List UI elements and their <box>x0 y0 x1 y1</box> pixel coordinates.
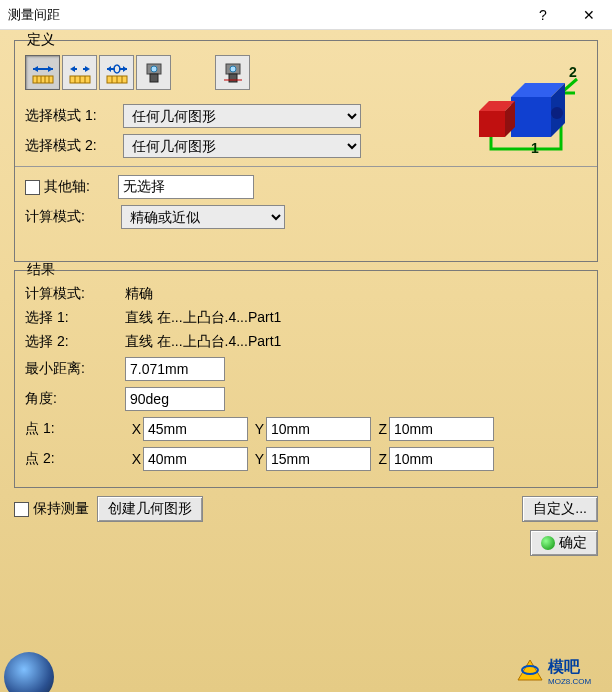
result-sel1-row: 选择 1: 直线 在...上凸台.4...Part1 <box>25 309 587 327</box>
other-axis-input[interactable] <box>118 175 254 199</box>
point1-label: 点 1: <box>25 420 125 438</box>
bottom-row: 保持测量 创建几何图形 自定义... <box>14 496 598 522</box>
create-geometry-button[interactable]: 创建几何图形 <box>97 496 203 522</box>
p1-z-label: Z <box>373 421 387 437</box>
toolbar-spacer <box>173 55 213 90</box>
select-mode-1-dropdown[interactable]: 任何几何图形 <box>123 104 361 128</box>
svg-marker-2 <box>48 66 53 72</box>
svg-rect-23 <box>150 74 158 82</box>
ok-button[interactable]: 确定 <box>530 530 598 556</box>
svg-marker-1 <box>33 66 38 72</box>
calc-mode-label: 计算模式: <box>25 208 121 226</box>
svg-point-27 <box>230 66 236 72</box>
svg-marker-11 <box>85 66 90 72</box>
p2-y-input[interactable] <box>266 447 371 471</box>
other-axis-checkbox[interactable] <box>25 180 40 195</box>
result-sel1-label: 选择 1: <box>25 309 125 327</box>
customize-button[interactable]: 自定义... <box>522 496 598 522</box>
select-mode-2-label: 选择模式 2: <box>25 137 123 155</box>
p1-z-input[interactable] <box>389 417 494 441</box>
result-sel2-row: 选择 2: 直线 在...上凸台.4...Part1 <box>25 333 587 351</box>
point2-label: 点 2: <box>25 450 125 468</box>
result-sel1-value: 直线 在...上凸台.4...Part1 <box>125 309 281 327</box>
watermark-logo-icon: 模吧 MOZ8.COM <box>516 654 606 686</box>
p1-x-input[interactable] <box>143 417 248 441</box>
result-calc-mode-row: 计算模式: 精确 <box>25 285 587 303</box>
calc-mode-row: 计算模式: 精确或近似 <box>25 205 587 229</box>
p2-z-input[interactable] <box>389 447 494 471</box>
svg-rect-26 <box>229 74 237 82</box>
result-calc-mode-value: 精确 <box>125 285 153 303</box>
final-row: 确定 <box>14 530 598 556</box>
svg-marker-35 <box>479 111 505 137</box>
calc-mode-dropdown[interactable]: 精确或近似 <box>121 205 285 229</box>
p2-x-input[interactable] <box>143 447 248 471</box>
svg-marker-31 <box>511 97 551 137</box>
definition-legend: 定义 <box>23 31 59 49</box>
ruler-wide-icon <box>104 60 130 86</box>
measure-mode-2-button[interactable] <box>62 55 97 90</box>
measure-mode-5-button[interactable] <box>215 55 250 90</box>
window-title: 测量间距 <box>8 6 520 24</box>
svg-marker-16 <box>107 66 111 72</box>
select-mode-1-label: 选择模式 1: <box>25 107 123 125</box>
measure-mode-3-button[interactable] <box>99 55 134 90</box>
keep-measure-checkbox[interactable] <box>14 502 29 517</box>
caliper-icon <box>141 60 167 86</box>
two-way-arrow-icon <box>30 60 56 86</box>
svg-rect-3 <box>33 76 53 83</box>
ok-label: 确定 <box>559 534 587 552</box>
svg-point-24 <box>151 66 157 72</box>
svg-point-34 <box>551 107 563 119</box>
ok-sphere-icon <box>541 536 555 550</box>
p1-x-label: X <box>127 421 141 437</box>
svg-text:MOZ8.COM: MOZ8.COM <box>548 677 591 686</box>
results-legend: 结果 <box>23 261 59 279</box>
measure-mode-4-button[interactable] <box>136 55 171 90</box>
min-distance-input[interactable] <box>125 357 225 381</box>
min-distance-row: 最小距离: <box>25 357 587 381</box>
p2-x-label: X <box>127 451 141 467</box>
preview-3d: 2 1 <box>445 57 585 157</box>
angle-input[interactable] <box>125 387 225 411</box>
svg-text:模吧: 模吧 <box>547 658 581 675</box>
preview-cubes-icon: 2 1 <box>445 57 585 157</box>
help-button[interactable]: ? <box>520 0 566 30</box>
p1-y-input[interactable] <box>266 417 371 441</box>
svg-text:1: 1 <box>531 140 539 156</box>
point2-row: 点 2: X Y Z <box>25 447 587 471</box>
angle-label: 角度: <box>25 390 125 408</box>
other-axis-row: 其他轴: <box>25 175 587 199</box>
svg-marker-10 <box>70 66 75 72</box>
min-distance-label: 最小距离: <box>25 360 125 378</box>
divider <box>15 166 597 167</box>
svg-marker-17 <box>123 66 127 72</box>
other-axis-label: 其他轴: <box>44 178 118 196</box>
result-calc-mode-label: 计算模式: <box>25 285 125 303</box>
select-mode-2-dropdown[interactable]: 任何几何图形 <box>123 134 361 158</box>
close-button[interactable]: ✕ <box>566 0 612 30</box>
result-sel2-label: 选择 2: <box>25 333 125 351</box>
watermark: 模吧 MOZ8.COM <box>516 654 606 686</box>
result-sel2-value: 直线 在...上凸台.4...Part1 <box>125 333 281 351</box>
keep-measure-wrap: 保持测量 <box>14 500 89 518</box>
point1-row: 点 1: X Y Z <box>25 417 587 441</box>
titlebar: 测量间距 ? ✕ <box>0 0 612 30</box>
results-group: 结果 计算模式: 精确 选择 1: 直线 在...上凸台.4...Part1 选… <box>14 270 598 488</box>
keep-measure-label: 保持测量 <box>33 500 89 518</box>
p1-y-label: Y <box>250 421 264 437</box>
caliper2-icon <box>220 60 246 86</box>
ruler-two-way-icon <box>67 60 93 86</box>
svg-text:2: 2 <box>569 64 577 80</box>
p2-z-label: Z <box>373 451 387 467</box>
measure-mode-1-button[interactable] <box>25 55 60 90</box>
angle-row: 角度: <box>25 387 587 411</box>
p2-y-label: Y <box>250 451 264 467</box>
earth-decoration <box>4 652 54 692</box>
dialog-content: 定义 2 1 <box>0 30 612 692</box>
definition-group: 定义 2 1 <box>14 40 598 262</box>
